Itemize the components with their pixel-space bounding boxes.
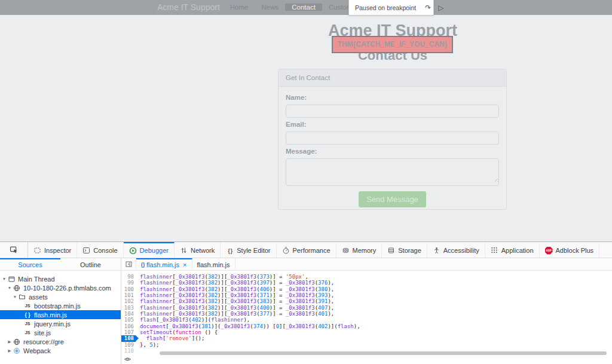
code-line-98: 98flashinner[_0x3801f3(382)][_0x3801f3(3… [121, 274, 612, 280]
storage-icon [387, 247, 395, 255]
code-line-101: 101flashinner[_0x3801f3(382)][_0x3801f3(… [121, 292, 612, 298]
tree-item-bootstrap-min-js[interactable]: JSbootstrap.min.js [0, 301, 121, 310]
tree-item-flash-min-js[interactable]: { }flash.min.js [0, 310, 121, 319]
ignore-source-eye-icon[interactable] [124, 356, 131, 363]
chevron-down-icon[interactable]: ▼ [1, 277, 7, 281]
chevron-down-icon[interactable]: ▼ [7, 286, 13, 290]
tab-accessibility[interactable]: Accessibility [427, 242, 485, 258]
code-text: flashinner[_0x3801f3(382)][_0x3801f3(371… [136, 292, 334, 298]
line-number[interactable]: 106 [121, 323, 136, 329]
panel-tab-sources[interactable]: Sources [0, 258, 60, 270]
pick-element-icon[interactable] [0, 242, 28, 258]
tree-item-jquery-min-js[interactable]: JSjquery.min.js [0, 319, 121, 328]
line-number[interactable]: 103 [121, 305, 136, 311]
tab-memory[interactable]: Memory [336, 242, 382, 258]
tab-label: Memory [353, 247, 377, 254]
name-field[interactable] [286, 105, 499, 118]
folder-icon [18, 293, 26, 301]
line-number[interactable]: 101 [121, 292, 136, 298]
tree-item-assets[interactable]: ▼assets [0, 292, 121, 301]
source-tab-flash-min-js-0[interactable]: ( )flash.min.js× [136, 258, 192, 270]
message-field[interactable] [286, 158, 499, 186]
source-tab-label: flash.min.js [146, 261, 179, 268]
send-message-button[interactable]: Send Message [359, 191, 426, 207]
performance-icon [282, 247, 290, 255]
code-text: flash['remove'](); [136, 335, 204, 341]
network-icon [180, 247, 188, 255]
webpack-icon [13, 347, 21, 354]
tree-item-label: resource://gre [23, 338, 64, 345]
tab-debugger[interactable]: Debugger [124, 242, 175, 258]
accessibility-icon [433, 247, 440, 255]
braces-icon: ( ) [141, 262, 144, 268]
tab-adblock-plus[interactable]: ABPAdblock Plus [540, 242, 600, 258]
editor-footer [121, 355, 612, 364]
tree-item-webpack[interactable]: ▶Webpack [0, 346, 121, 355]
tree-item-10-10-180-226-p-thmlabs-com[interactable]: ▼10-10-180-226.p.thmlabs.com [0, 283, 121, 292]
application-icon [491, 247, 498, 255]
code-line-103: 103flashinner[_0x3801f3(382)][_0x3801f3(… [121, 305, 612, 311]
email-field[interactable] [286, 131, 499, 145]
chevron-down-icon[interactable]: ▼ [12, 295, 18, 299]
tree-item-label: 10-10-180-226.p.thmlabs.com [23, 285, 111, 292]
tree-item-label: assets [29, 293, 48, 301]
tab-label: Debugger [140, 247, 169, 254]
line-number[interactable]: 109 [121, 342, 136, 348]
code-line-106: 106document[_0x3801f3(381)](_0x3801f3(37… [121, 323, 612, 329]
close-tab-icon[interactable]: × [182, 261, 186, 268]
code-line-99: 99flashinner[_0x3801f3(382)][_0x3801f3(3… [121, 280, 612, 286]
source-tabs: ( )flash.min.js×flash.min.js [136, 258, 235, 270]
code-lines: 98flashinner[_0x3801f3(382)][_0x3801f3(3… [121, 274, 612, 354]
paused-line-marker[interactable]: 108 [121, 335, 136, 341]
tree-item-label: flash.min.js [34, 311, 67, 319]
line-number[interactable]: 102 [121, 298, 136, 304]
chevron-right-icon[interactable]: ▶ [7, 348, 13, 353]
code-text: flashinner[_0x3801f3(382)][_0x3801f3(377… [136, 311, 334, 317]
page-content: Acme IT Support THM{CATCH_ME_IF_YOU_CAN}… [277, 0, 508, 241]
web-page: Acme IT Support HomeNewsContactCustomers… [0, 0, 612, 241]
tab-label: Accessibility [443, 247, 479, 254]
console-icon [82, 247, 90, 255]
style-editor-icon: { } [226, 247, 234, 255]
source-tab-label: flash.min.js [197, 261, 230, 268]
tree-item-main-thread[interactable]: ▼Main Thread [0, 274, 121, 283]
line-number[interactable]: 99 [121, 280, 136, 286]
message-label: Message: [286, 148, 499, 155]
collapse-panel-icon[interactable] [121, 258, 136, 270]
chevron-right-icon[interactable]: ▶ [7, 339, 13, 344]
source-tab-flash-min-js-1[interactable]: flash.min.js [192, 258, 235, 270]
tab-style-editor[interactable]: { }Style Editor [221, 242, 276, 258]
tab-console[interactable]: Console [77, 242, 123, 258]
contact-form-card: Get In Contact Name: Email: Message: Sen… [278, 69, 507, 210]
line-number[interactable]: 104 [121, 311, 136, 317]
devtools-toolbar: InspectorConsoleDebuggerNetwork{ }Style … [0, 242, 612, 258]
code-line-104: 104flashinner[_0x3801f3(382)][_0x3801f3(… [121, 311, 612, 317]
sources-file-tree: ▼Main Thread▼10-10-180-226.p.thmlabs.com… [0, 271, 121, 364]
line-number[interactable]: 107 [121, 329, 136, 335]
tab-storage[interactable]: Storage [382, 242, 427, 258]
code-text: flashinner[_0x3801f3(382)][_0x3801f3(400… [136, 305, 334, 311]
line-number[interactable]: 110 [121, 348, 136, 354]
tab-label: Application [501, 247, 534, 254]
tab-inspector[interactable]: Inspector [28, 242, 77, 258]
panel-tab-outline[interactable]: Outline [60, 258, 121, 270]
line-number[interactable]: 100 [121, 286, 136, 292]
debugger-subrow: SourcesOutline ( )flash.min.js×flash.min… [0, 258, 612, 271]
inspector-icon [33, 247, 41, 255]
tab-performance[interactable]: Performance [277, 242, 336, 258]
globe-icon [13, 285, 21, 292]
site-brand[interactable]: Acme IT Support [157, 0, 220, 15]
code-text: document[_0x3801f3(381)](_0x3801f3(374))… [136, 323, 360, 329]
tree-item-site-js[interactable]: JSsite.js [0, 328, 121, 337]
code-text [136, 348, 140, 354]
code-text: setTimeout(function () { [136, 329, 218, 335]
line-number[interactable]: 105 [121, 317, 136, 323]
tree-item-label: site.js [34, 329, 51, 337]
tree-item-resource-gre[interactable]: ▶resource://gre [0, 337, 121, 346]
tree-item-label: Webpack [23, 347, 51, 354]
line-number[interactable]: 98 [121, 274, 136, 280]
card-body: Name: Email: Message: Send Message [279, 87, 506, 207]
nav-link-home[interactable]: Home [224, 4, 255, 11]
tab-application[interactable]: Application [485, 242, 540, 258]
tab-network[interactable]: Network [175, 242, 221, 258]
